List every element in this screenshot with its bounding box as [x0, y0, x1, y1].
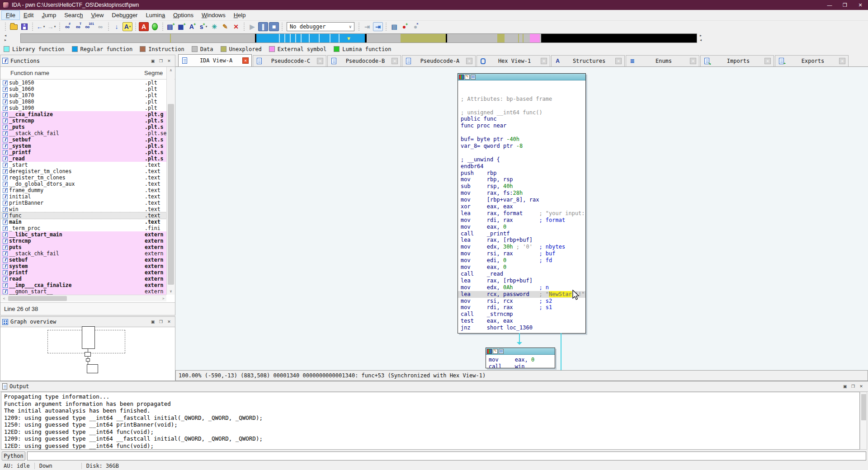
function-row-printBanner[interactable]: fprintBanner.text	[1, 200, 166, 206]
disassembly-line[interactable]: public func	[461, 116, 585, 122]
disassembly-line[interactable]: mov eax, 0	[461, 264, 585, 271]
function-row-frame_dummy[interactable]: fframe_dummy.text	[1, 187, 166, 193]
function-row-printf[interactable]: fprintfextern	[1, 269, 166, 276]
disassembly-line[interactable]: mov edx, 0Ah ; n	[461, 284, 585, 291]
functions-vertical-scrollbar[interactable]: ∧ ∨	[166, 67, 175, 295]
disassembly-line[interactable]: mov rsi, rcx ; s2	[461, 298, 585, 305]
disassembly-line[interactable]	[461, 129, 585, 136]
output-log[interactable]: Propagating type information...Function …	[1, 392, 860, 450]
panel-maximize-button[interactable]: ▣	[149, 318, 157, 325]
ida-view-a-graph[interactable]: ✎ ▤ ; Attributes: bp-based frame; unsign…	[175, 67, 868, 381]
function-row-_printf[interactable]: f_printf.plt.s	[1, 149, 166, 155]
node-title-bar[interactable]: ✎ ▤	[458, 74, 585, 80]
save-database-button[interactable]	[19, 22, 29, 31]
disassembly-line[interactable]: ; Attributes: bp-based frame	[461, 96, 585, 103]
navigate-back-button[interactable]: ←▾	[36, 22, 46, 31]
panel-close-button[interactable]: ✕	[857, 383, 865, 390]
maximize-button[interactable]: ❐	[837, 0, 853, 10]
graph-node-func-main[interactable]: ✎ ▤ ; Attributes: bp-based frame; unsign…	[458, 73, 586, 334]
function-row-__libc_start_main[interactable]: f__libc_start_mainextern	[1, 231, 166, 238]
menu-edit[interactable]: Edit	[19, 11, 38, 19]
disassembly-line[interactable]: lea rax, [rbp+buf]	[461, 277, 585, 284]
tab-structures[interactable]: AStructures✕	[551, 55, 625, 66]
disassembly-line[interactable]: buf= byte ptr -40h	[461, 136, 585, 143]
navigation-band[interactable]: ▼	[20, 33, 697, 43]
menu-view[interactable]: View	[87, 11, 108, 19]
function-row-sub_1090[interactable]: fsub_1090.plt	[1, 105, 166, 111]
function-row-__imp___cxa_finalize[interactable]: f__imp___cxa_finalizeextern	[1, 282, 166, 288]
function-row-strncmp[interactable]: fstrncmpextern	[1, 238, 166, 244]
function-row-__gmon_start__[interactable]: f__gmon_start__extern	[1, 288, 166, 295]
disassembly-line[interactable]: var_8= qword ptr -8	[461, 143, 585, 150]
disassembly-line[interactable]: mov eax, 0	[461, 224, 585, 230]
tab-enums[interactable]: ≣Enums✕	[626, 55, 699, 66]
function-row-sub_1050[interactable]: fsub_1050.plt	[1, 80, 166, 86]
graph-node-win-block[interactable]: ✎ ▤ mov eax, 0call win	[486, 348, 555, 368]
minimize-button[interactable]: —	[822, 0, 837, 10]
disassembly-line[interactable]: call win	[489, 363, 555, 368]
patch-program-button[interactable]: ✳	[209, 22, 219, 31]
python-selector-button[interactable]: Python	[2, 451, 25, 461]
tab-imports[interactable]: ↘Imports✕	[700, 55, 774, 66]
navigate-forward-button[interactable]: →▾	[47, 22, 57, 31]
function-row-_setbuf[interactable]: f_setbuf.plt.s	[1, 136, 166, 143]
disassembly-line[interactable]	[461, 103, 585, 109]
disassembly-line[interactable]: ; __unwind {	[461, 156, 585, 163]
disassembly-line[interactable]: call _strncmp	[461, 311, 585, 318]
function-row-sub_1060[interactable]: fsub_1060.plt	[1, 86, 166, 92]
scrollbar-thumb[interactable]	[168, 104, 174, 285]
disassembly-line[interactable]	[461, 82, 585, 89]
function-row-puts[interactable]: fputsextern	[1, 244, 166, 250]
scroll-left-icon[interactable]: <	[1, 295, 7, 302]
disassembly-line[interactable]: mov rdi, rax ; s1	[461, 304, 585, 311]
disassembly-line[interactable]	[461, 150, 585, 156]
tab-exports[interactable]: +Exports✕	[775, 55, 849, 66]
function-row-win[interactable]: fwin.text	[1, 206, 166, 212]
debugger-start-button[interactable]: ▶	[247, 22, 257, 31]
panel-maximize-button[interactable]: ▣	[149, 57, 157, 65]
node-color-button[interactable]	[487, 349, 492, 354]
menu-options[interactable]: Options	[169, 11, 198, 19]
tab-close-icon[interactable]: ✕	[541, 58, 547, 64]
jump-to-address-button[interactable]: ↓	[112, 22, 122, 31]
node-color-button[interactable]	[459, 75, 464, 80]
function-row-setbuf[interactable]: fsetbufextern	[1, 257, 166, 263]
function-row-_strncmp[interactable]: f_strncmp.plt.s	[1, 118, 166, 124]
column-function-name[interactable]: Function name	[0, 70, 49, 76]
continue-process-button[interactable]: ⇥	[373, 22, 383, 31]
function-row-register_tm_clones[interactable]: fregister_tm_clones.text	[1, 174, 166, 181]
function-row-sub_1070[interactable]: fsub_1070.plt	[1, 92, 166, 99]
disassembly-line[interactable]: mov [rbp+var_8], rax	[461, 197, 585, 203]
disassembly-line[interactable]: func proc near	[461, 122, 585, 129]
disassembly-line[interactable]: mov rsi, rax ; buf	[461, 250, 585, 257]
panel-float-button[interactable]: ❐	[849, 383, 857, 390]
node-edit-button[interactable]: ✎	[465, 75, 470, 80]
function-row-_system[interactable]: f_system.plt.s	[1, 143, 166, 149]
tab-ida-view-a[interactable]: IDA View-A✕	[178, 54, 252, 66]
panel-close-button[interactable]: ✕	[165, 57, 173, 65]
add-breakpoint-button[interactable]: ●+	[400, 22, 410, 31]
function-row-_read[interactable]: f_read.plt.s	[1, 155, 166, 162]
band-scroll-left-icon[interactable]: ◂	[5, 34, 6, 38]
functions-horizontal-scrollbar[interactable]: < >	[1, 295, 166, 301]
output-panel-header[interactable]: Output ▣❐✕	[0, 381, 868, 392]
autoanalysis-indicator[interactable]	[150, 22, 160, 31]
tab-pseudocode-b[interactable]: Pseudocode-B✕	[327, 55, 401, 66]
functions-panel-header[interactable]: f Functions ▣❐✕	[0, 55, 175, 67]
disassembly-line[interactable]: lea rcx, password ; "NewStar!!!"	[458, 291, 585, 298]
debugger-pause-button[interactable]: ∥	[258, 22, 268, 31]
disassembly-line[interactable]: lea rax, [rbp+buf]	[461, 237, 585, 244]
panel-maximize-button[interactable]: ▣	[841, 383, 849, 390]
function-row-_term_proc[interactable]: f_term_proc.fini	[1, 225, 166, 231]
problems-list-button[interactable]: A	[139, 22, 149, 31]
tab-close-icon[interactable]: ✕	[242, 57, 249, 64]
tab-close-icon[interactable]: ✕	[392, 58, 398, 64]
output-scrollbar[interactable]	[860, 392, 867, 450]
tab-close-icon[interactable]: ✕	[615, 58, 622, 64]
function-row-__cxa_finalize[interactable]: f__cxa_finalize.plt.g	[1, 111, 166, 118]
make-data-button[interactable]: ▦+	[177, 22, 187, 31]
tab-close-icon[interactable]: ✕	[839, 58, 845, 64]
scroll-down-icon[interactable]: ∨	[167, 288, 175, 295]
search-next-button[interactable]: ∞	[95, 22, 105, 31]
scroll-right-icon[interactable]: >	[160, 295, 166, 302]
